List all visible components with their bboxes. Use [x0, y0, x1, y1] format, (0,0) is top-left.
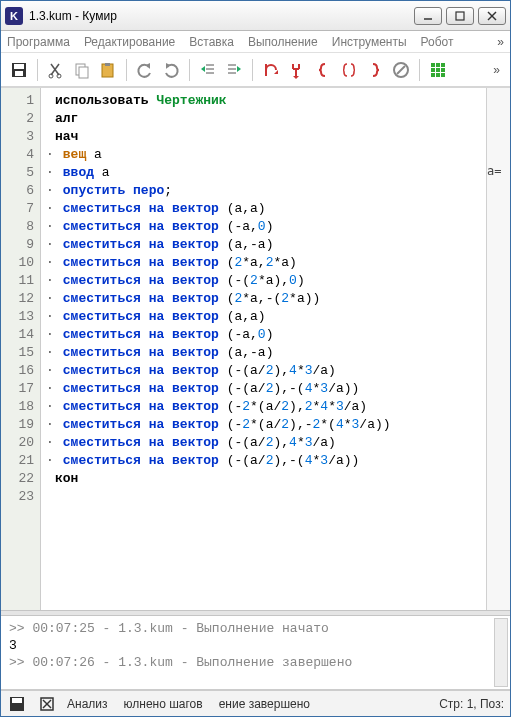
editor-area: 1234567891011121314151617181920212223 ис…: [1, 87, 510, 690]
stop-icon[interactable]: [389, 58, 413, 82]
menu-insert[interactable]: Вставка: [189, 35, 234, 49]
toolbar-separator: [252, 59, 253, 81]
window-title: 1.3.kum - Кумир: [29, 9, 414, 23]
svg-marker-26: [293, 76, 299, 79]
menu-edit[interactable]: Редактирование: [84, 35, 175, 49]
menubar: Программа Редактирование Вставка Выполне…: [1, 31, 510, 53]
status-position: Стр: 1, Поз:: [439, 697, 504, 711]
svg-rect-14: [105, 63, 110, 66]
console-line: >> 00:07:26 - 1.3.kum - Выполнение завер…: [9, 654, 502, 671]
svg-marker-25: [274, 70, 278, 74]
code-line[interactable]: · опустить перо;: [45, 182, 486, 200]
code-line[interactable]: · сместиться на вектор (2*а,-(2*а)): [45, 290, 486, 308]
svg-rect-5: [14, 64, 24, 69]
svg-rect-34: [441, 68, 445, 72]
grid-icon[interactable]: [426, 58, 450, 82]
console-scrollbar[interactable]: [494, 618, 508, 687]
toolbar-separator: [189, 59, 190, 81]
code-line[interactable]: · вещ а: [45, 146, 486, 164]
svg-rect-36: [436, 73, 440, 77]
indent-icon[interactable]: [222, 58, 246, 82]
svg-rect-33: [436, 68, 440, 72]
step-icon[interactable]: [285, 58, 309, 82]
variable-panel: а=: [486, 88, 510, 610]
undo-icon[interactable]: [133, 58, 157, 82]
svg-rect-39: [12, 698, 22, 703]
svg-marker-24: [237, 66, 241, 72]
menu-tools[interactable]: Инструменты: [332, 35, 407, 49]
svg-rect-31: [441, 63, 445, 67]
code-line[interactable]: нач: [45, 128, 486, 146]
status-save-icon[interactable]: [7, 695, 27, 713]
code-line[interactable]: · сместиться на вектор (-а,0): [45, 326, 486, 344]
svg-rect-1: [456, 12, 464, 20]
svg-rect-12: [79, 67, 88, 78]
svg-rect-30: [436, 63, 440, 67]
status-steps: юлнено шагов: [124, 697, 203, 711]
menu-robot[interactable]: Робот: [421, 35, 454, 49]
console-line: >> 00:07:25 - 1.3.kum - Выполнение начат…: [9, 620, 502, 637]
titlebar: K 1.3.kum - Кумир: [1, 1, 510, 31]
toolbar: »: [1, 53, 510, 87]
svg-rect-37: [441, 73, 445, 77]
brace-open-icon[interactable]: [311, 58, 335, 82]
code-line[interactable]: · сместиться на вектор (-(а/2),-(4*3/а)): [45, 380, 486, 398]
output-console[interactable]: >> 00:07:25 - 1.3.kum - Выполнение начат…: [1, 616, 510, 690]
code-line[interactable]: · сместиться на вектор (а,-а): [45, 236, 486, 254]
svg-rect-32: [431, 68, 435, 72]
code-line[interactable]: · сместиться на вектор (-(а/2),4*3/а): [45, 362, 486, 380]
redo-icon[interactable]: [159, 58, 183, 82]
code-line[interactable]: кон: [45, 470, 486, 488]
console-line: 3: [9, 637, 502, 654]
code-line[interactable]: · сместиться на вектор (а,а): [45, 308, 486, 326]
code-editor[interactable]: использовать Чертежник алг нач· вещ а· в…: [41, 88, 486, 610]
maximize-button[interactable]: [446, 7, 474, 25]
code-line[interactable]: [45, 488, 486, 506]
save-icon[interactable]: [7, 58, 31, 82]
statusbar: Анализ юлнено шагов ение завершено Стр: …: [1, 690, 510, 716]
code-line[interactable]: · сместиться на вектор (а,-а): [45, 344, 486, 362]
close-button[interactable]: [478, 7, 506, 25]
toolbar-separator: [37, 59, 38, 81]
menu-overflow-icon[interactable]: »: [497, 35, 504, 49]
status-clear-icon[interactable]: [37, 695, 57, 713]
status-done: ение завершено: [219, 697, 310, 711]
menu-program[interactable]: Программа: [7, 35, 70, 49]
run-icon[interactable]: [259, 58, 283, 82]
svg-marker-20: [201, 66, 205, 72]
code-line[interactable]: · сместиться на вектор (-2*(а/2),-2*(4*3…: [45, 416, 486, 434]
svg-rect-35: [431, 73, 435, 77]
outdent-icon[interactable]: [196, 58, 220, 82]
toolbar-separator: [419, 59, 420, 81]
svg-line-28: [397, 66, 405, 74]
code-line[interactable]: · ввод а: [45, 164, 486, 182]
code-line[interactable]: · сместиться на вектор (2*а,2*а): [45, 254, 486, 272]
code-line[interactable]: · сместиться на вектор (-(а/2),-(4*3/а)): [45, 452, 486, 470]
code-line[interactable]: использовать Чертежник: [45, 92, 486, 110]
app-icon: K: [5, 7, 23, 25]
toolbar-separator: [126, 59, 127, 81]
line-gutter: 1234567891011121314151617181920212223: [1, 88, 41, 610]
copy-icon[interactable]: [70, 58, 94, 82]
brace-pair-icon[interactable]: [337, 58, 361, 82]
toolbar-overflow-icon[interactable]: »: [493, 63, 504, 77]
minimize-button[interactable]: [414, 7, 442, 25]
code-line[interactable]: алг: [45, 110, 486, 128]
brace-close-icon[interactable]: [363, 58, 387, 82]
paste-icon[interactable]: [96, 58, 120, 82]
menu-execute[interactable]: Выполнение: [248, 35, 318, 49]
svg-rect-6: [15, 71, 23, 76]
cut-icon[interactable]: [44, 58, 68, 82]
svg-rect-29: [431, 63, 435, 67]
code-line[interactable]: · сместиться на вектор (-2*(а/2),2*4*3/а…: [45, 398, 486, 416]
code-line[interactable]: · сместиться на вектор (а,а): [45, 200, 486, 218]
status-analysis: Анализ: [67, 697, 108, 711]
code-line[interactable]: · сместиться на вектор (-(а/2),4*3/а): [45, 434, 486, 452]
code-line[interactable]: · сместиться на вектор (-а,0): [45, 218, 486, 236]
code-line[interactable]: · сместиться на вектор (-(2*а),0): [45, 272, 486, 290]
